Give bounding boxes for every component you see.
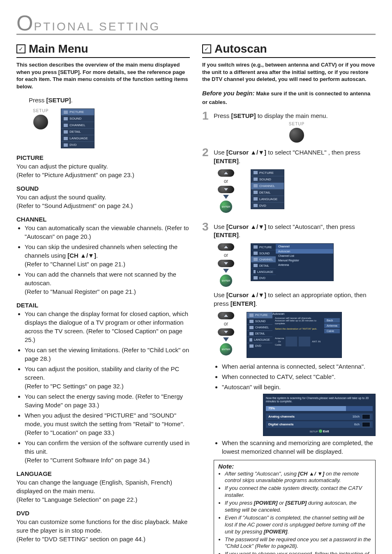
osd-item-selected: CHANNEL [251,256,276,262]
osd-item-channel: CHANNEL [61,122,94,128]
house-icon [286,337,297,346]
language-heading: LANGUAGE [16,470,190,477]
note-box: Note: After setting "Autoscan", using [C… [214,460,376,554]
osd-item: LANGUAGE [251,268,276,275]
before-you-begin: Before you begin: Make sure if the unit … [202,89,376,106]
picture-line1: You can adjust the picture quality. [16,162,190,171]
osd-item: PICTURE [251,170,284,176]
osd-autoscan-diagram: Antenna Or Cable ANT. IN [275,332,339,351]
osd-item-dvd: DVD [61,141,94,148]
osd-btn-cable: Cable [324,329,340,333]
osd-sub-item: Antenna [276,263,333,267]
list-item: After setting "Autoscan", using [CH ▲/ ▼… [225,471,371,485]
osd-autoscan-buttons: Back Antenna Cable [324,318,340,333]
osd-btn-back: Back [324,318,340,323]
enter-button-icon: ENTER [220,201,232,213]
osd-channel-header: Channel [276,244,333,249]
svg-marker-1 [224,188,228,191]
picture-heading: PICTURE [16,154,190,161]
osd-item-selected: CHANNEL [251,182,284,189]
osd-autoscan-options: PICTURE SOUND CHANNEL DETAIL LANGUAGE DV… [247,312,342,358]
enter-button-icon: ENTER [220,343,232,355]
osd-item: SOUND [247,318,272,324]
left-column: ✓ Main Menu This section describes the o… [16,42,190,554]
section-main-menu: ✓ Main Menu [16,42,190,58]
svg-marker-4 [224,262,228,265]
step-2: 2 Use [Cursor ▲/▼] to select "CHANNEL" ,… [202,147,376,217]
osd-item: PICTURE [247,312,272,318]
sound-heading: SOUND [16,185,190,192]
progress-percent: 75% [268,406,275,411]
list-item: When connected to CATV, select "Cable". [222,372,376,381]
picture-line2: (Refer to "Picture Adjustment" on page 2… [16,171,190,179]
setup-button-graphic: SETUP [33,108,48,129]
main-menu-title: Main Menu [29,42,88,55]
svg-marker-8 [223,337,229,342]
main-menu-intro: This section describes the overview of t… [16,61,190,90]
osd-channel-submenu: PICTURE SOUND CHANNEL DETAIL LANGUAGE DV… [251,243,334,281]
progress-analog-row: Analog channels 10ch [266,413,373,420]
list-item: If you connect the cable system directly… [225,485,371,499]
cursor-down-icon [218,186,234,193]
osd-item-sound: SOUND [61,115,94,122]
svg-marker-2 [223,195,229,199]
or-label: or [224,178,228,184]
round-button-icon [289,128,304,143]
right-column: ✓ Autoscan If you switch wires (e.g., be… [202,42,376,554]
thumbnail-icon [362,422,370,427]
list-item: If you press [POWER] or [SETUP] during a… [225,500,371,514]
osd-autoscan-header: Autoscan [272,312,341,315]
step-3: 3 Use [Cursor ▲/▼] to select "Autoscan",… [202,221,376,554]
or-label: or [224,321,228,327]
section-autoscan: ✓ Autoscan [202,42,376,58]
channel-heading: CHANNEL [16,216,190,223]
progress-digital-row: Digital channels 6ch [266,421,373,428]
chapter-title: O PTIONAL SETTING [16,12,376,35]
list-item: You can adjust the position, stability a… [25,365,190,390]
list-item: When you adjust the desired "PICTURE" an… [25,411,190,437]
osd-autoscan-progress: Now the system is scanning for Channels,… [263,394,376,436]
press-setup-pre: Press [29,97,46,104]
osd-sub-item-selected: Autoscan [276,249,333,254]
press-setup-bold: [SETUP] [46,97,71,104]
osd-main-menu: PICTURE SOUND CHANNEL DETAIL LANGUAGE DV… [61,108,95,148]
cursor-up-icon [218,243,234,251]
osd-item: DVD [247,343,272,349]
chapter-bigletter: O [16,12,34,34]
list-item: You can set the viewing limitations. (Re… [25,346,190,363]
sound-line2: (Refer to "Sound Adjustment" on page 24.… [16,201,190,210]
osd-item: DETAIL [247,330,272,337]
list-item: The password will be required once you s… [225,536,371,550]
step-1: 1 Press [SETUP] to display the main menu… [202,110,376,143]
osd-item-detail: DETAIL [61,128,94,135]
autoscan-intro: If you switch wires (e.g., between anten… [202,61,376,83]
down-arrow-icon [223,337,229,342]
cursor-down-icon [218,328,234,336]
tv-icon [299,337,310,346]
osd-item: LANGUAGE [247,337,272,343]
dvd-line2: (Refer to "DVD SETTING" section on page … [16,535,190,543]
svg-marker-5 [223,269,229,273]
step-number-1: 1 [202,110,210,122]
press-setup-line: Press [SETUP]. [29,96,190,104]
osd-item: DVD [251,275,276,281]
osd-item-language: LANGUAGE [61,135,94,141]
cursor-buttons-graphic: or ENTER [218,169,234,213]
svg-marker-3 [224,246,228,248]
osd-item-picture: PICTURE [61,109,94,115]
osd-sub-item: Manual Register [276,258,333,263]
or-label: or [224,252,228,258]
figure-setup-osd: SETUP PICTURE SOUND CHANNEL DETAIL LANGU… [33,108,190,148]
language-line1: You can change the language (English, Sp… [16,478,190,495]
setup-label: SETUP [289,122,304,126]
checkbox-icon: ✓ [16,44,25,53]
list-item: You can skip the undesired channels when… [25,242,190,268]
list-item: You can select the energy saving mode. (… [25,392,190,409]
dvd-line1: You can customize some functions for the… [16,517,190,535]
osd-item: SOUND [251,176,284,182]
list-item: You can change the display format for cl… [25,309,190,344]
note-heading: Note: [218,463,371,470]
osd-item: DETAIL [251,262,276,268]
osd-main-menu-channel-selected: PICTURE SOUND CHANNEL DETAIL LANGUAGE DV… [251,169,284,209]
dvd-heading: DVD [16,510,190,517]
